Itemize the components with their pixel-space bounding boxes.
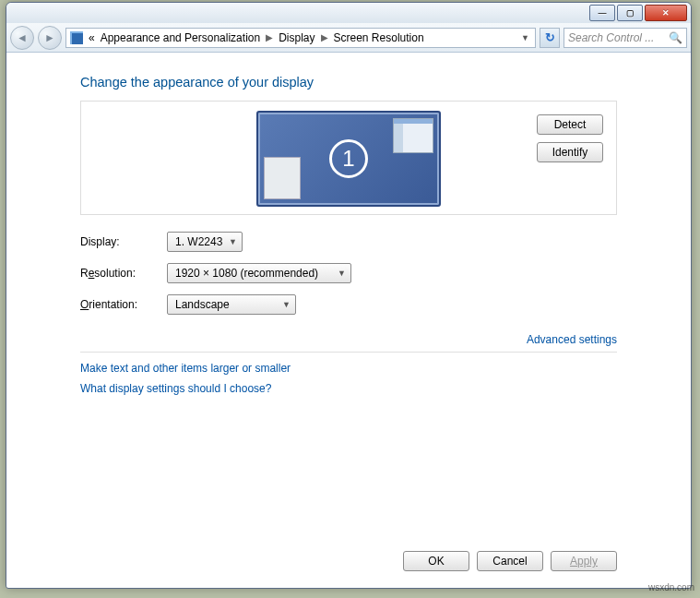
orientation-label: Orientation: — [80, 298, 167, 311]
maximize-button[interactable]: ▢ — [617, 5, 643, 21]
divider — [80, 352, 617, 353]
page-title: Change the appearance of your display — [80, 75, 617, 90]
chevron-right-icon: ▶ — [266, 32, 273, 42]
ok-button[interactable]: OK — [403, 551, 469, 571]
resolution-select[interactable]: 1920 × 1080 (recommended)▼ — [167, 263, 351, 283]
breadcrumb-display[interactable]: Display — [279, 31, 314, 44]
refresh-button[interactable]: ↻ — [540, 28, 560, 48]
chevron-down-icon: ▼ — [229, 237, 237, 246]
address-bar[interactable]: « Appearance and Personalization ▶ Displ… — [65, 28, 536, 48]
search-icon: 🔍 — [669, 31, 682, 44]
text-size-link[interactable]: Make text and other items larger or smal… — [80, 362, 617, 375]
action-buttons: OK Cancel Apply — [6, 538, 691, 588]
apply-button[interactable]: Apply — [551, 551, 617, 571]
watermark: wsxdn.com — [648, 582, 694, 592]
breadcrumb-screen-resolution[interactable]: Screen Resolution — [334, 31, 424, 44]
forward-button[interactable]: ► — [38, 26, 62, 50]
breadcrumb-appearance[interactable]: Appearance and Personalization — [101, 31, 260, 44]
display-select[interactable]: 1. W2243▼ — [167, 232, 243, 252]
display-preview: 1 Detect Identify — [80, 101, 617, 215]
navbar: ◄ ► « Appearance and Personalization ▶ D… — [6, 23, 691, 53]
orientation-select[interactable]: Landscape▼ — [167, 294, 296, 315]
help-link[interactable]: What display settings should I choose? — [80, 382, 617, 395]
back-button[interactable]: ◄ — [10, 26, 34, 50]
search-input[interactable]: Search Control ... 🔍 — [564, 28, 687, 48]
titlebar: — ▢ ✕ — [6, 3, 691, 23]
resolution-select-value: 1920 × 1080 (recommended) — [175, 267, 318, 280]
minimize-button[interactable]: — — [589, 5, 615, 21]
chevron-down-icon: ▼ — [282, 300, 291, 309]
resolution-label: Resolution: — [80, 267, 167, 280]
monitor-number-badge: 1 — [329, 139, 368, 178]
control-panel-icon — [70, 31, 83, 44]
taskbar-icon — [264, 157, 301, 199]
monitor-thumbnail[interactable]: 1 — [256, 111, 441, 207]
orientation-select-value: Landscape — [175, 298, 230, 311]
cancel-button[interactable]: Cancel — [477, 551, 543, 571]
display-select-value: 1. W2243 — [175, 235, 222, 248]
chevron-down-icon: ▼ — [338, 269, 346, 278]
detect-button[interactable]: Detect — [537, 114, 603, 135]
close-button[interactable]: ✕ — [645, 5, 687, 21]
address-dropdown-icon[interactable]: ▼ — [517, 33, 533, 42]
crumb-prefix: « — [89, 31, 95, 44]
identify-button[interactable]: Identify — [537, 142, 603, 162]
advanced-settings-link[interactable]: Advanced settings — [527, 333, 617, 346]
search-placeholder: Search Control ... — [568, 31, 654, 44]
settings-form: Display: 1. W2243▼ Resolution: 1920 × 10… — [80, 232, 617, 315]
window: — ▢ ✕ ◄ ► « Appearance and Personalizati… — [6, 2, 692, 589]
chevron-right-icon: ▶ — [321, 32, 328, 42]
window-icon — [393, 118, 433, 153]
display-label: Display: — [80, 235, 167, 248]
content-area: Change the appearance of your display 1 … — [6, 53, 691, 538]
